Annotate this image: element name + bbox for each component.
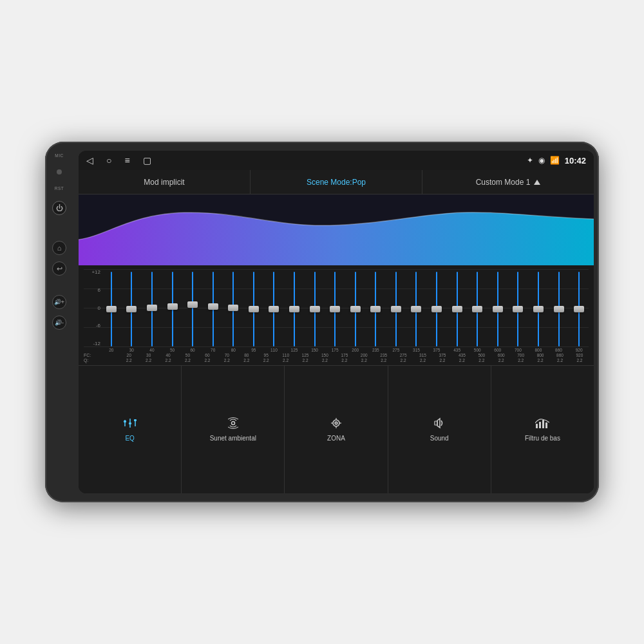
slider-thumb-40[interactable] (147, 305, 157, 311)
slider-col-50[interactable] (163, 269, 182, 346)
freq-label-30: 30 (122, 348, 142, 352)
scale-minus12: -12 (84, 341, 100, 346)
svg-rect-15 (435, 421, 437, 425)
slider-thumb-70[interactable] (208, 303, 218, 310)
freq-label-435: 435 (448, 348, 467, 352)
back-button[interactable]: ↩ (52, 261, 66, 276)
slider-thumb-60[interactable] (187, 301, 198, 308)
slider-thumb-315[interactable] (411, 306, 421, 312)
freq-label-375: 375 (427, 348, 446, 352)
freq-label-80: 80 (223, 348, 243, 352)
q-val-95: 2.2 (257, 358, 275, 363)
ambient-label: Sunet ambiental (210, 435, 256, 442)
q-val-20: 2.2 (120, 358, 138, 363)
slider-track-110 (273, 272, 274, 346)
slider-col-700[interactable] (509, 269, 528, 346)
slider-col-860[interactable] (549, 269, 569, 346)
slider-thumb-175[interactable] (330, 306, 340, 312)
slider-thumb-150[interactable] (310, 306, 320, 312)
slider-col-275[interactable] (386, 269, 406, 346)
slider-thumb-95[interactable] (249, 306, 259, 312)
freq-label-50: 50 (163, 348, 182, 352)
slider-thumb-50[interactable] (167, 303, 178, 310)
nav-sound[interactable]: Sound (388, 366, 491, 493)
power-button[interactable]: ⏻ (52, 201, 66, 215)
slider-thumb-700[interactable] (513, 306, 523, 312)
slider-col-80[interactable] (223, 269, 243, 346)
slider-thumb-375[interactable] (431, 306, 442, 312)
mode-implicit[interactable]: Mod implicit (79, 170, 251, 194)
nav-zona[interactable]: ZONA (285, 366, 388, 493)
mode-scene[interactable]: Scene Mode:Pop (251, 170, 422, 194)
fc-values: 2030405060708095110125150175200235275315… (120, 353, 589, 357)
slider-track-60 (192, 272, 193, 346)
sliders-container (102, 269, 589, 346)
slider-col-600[interactable] (488, 269, 507, 346)
nav-ambient[interactable]: Sunet ambiental (182, 366, 285, 493)
slider-col-200[interactable] (346, 269, 365, 346)
slider-col-315[interactable] (407, 269, 426, 346)
nav-eq[interactable]: EQ (79, 366, 182, 493)
fc-val-125: 125 (296, 353, 314, 357)
slider-col-30[interactable] (122, 269, 142, 346)
fc-val-150: 150 (316, 353, 334, 357)
slider-col-500[interactable] (468, 269, 487, 346)
slider-track-600 (497, 272, 498, 346)
slider-thumb-920[interactable] (574, 306, 584, 312)
slider-col-235[interactable] (366, 269, 386, 346)
q-values: 2.22.22.22.22.22.22.22.22.22.22.22.22.22… (120, 358, 589, 363)
slider-thumb-80[interactable] (228, 305, 238, 311)
freq-label-175: 175 (325, 348, 345, 352)
nav-bass[interactable]: Filtru de bas (491, 366, 594, 493)
svg-rect-19 (545, 422, 547, 428)
slider-track-175 (334, 272, 336, 346)
scale-labels: +12 6 0 -6 -12 (84, 269, 100, 346)
fc-val-235: 235 (374, 353, 392, 357)
slider-thumb-30[interactable] (126, 306, 137, 312)
slider-thumb-275[interactable] (391, 306, 401, 312)
slider-col-435[interactable] (448, 269, 467, 346)
slider-col-60[interactable] (183, 269, 202, 346)
menu-nav-icon[interactable]: ≡ (124, 155, 129, 166)
slider-track-20 (111, 272, 112, 346)
slider-col-110[interactable] (265, 269, 284, 346)
q-val-30: 2.2 (139, 358, 157, 363)
vol-down-button[interactable]: 🔊- (52, 316, 66, 330)
eq-scale: +12 6 0 -6 -12 (84, 269, 589, 346)
slider-thumb-435[interactable] (452, 306, 462, 312)
slider-thumb-125[interactable] (289, 306, 299, 312)
slider-thumb-110[interactable] (269, 306, 279, 312)
slider-thumb-500[interactable] (472, 306, 482, 312)
q-val-60: 2.2 (198, 358, 216, 363)
q-val-860: 2.2 (551, 358, 569, 363)
slider-col-40[interactable] (142, 269, 162, 346)
screen-nav-icon[interactable]: ▢ (143, 155, 151, 166)
status-right: ✦ ◉ 📶 10:42 (527, 156, 586, 166)
slider-col-70[interactable] (204, 269, 223, 346)
mode-custom[interactable]: Custom Mode 1 (422, 170, 594, 194)
eq-curve (79, 194, 594, 265)
slider-col-95[interactable] (244, 269, 263, 346)
slider-thumb-860[interactable] (554, 306, 564, 312)
fc-val-275: 275 (394, 353, 412, 357)
slider-col-920[interactable] (569, 269, 589, 346)
home-nav-icon[interactable]: ○ (106, 155, 111, 166)
slider-col-150[interactable] (305, 269, 325, 346)
slider-thumb-600[interactable] (493, 306, 503, 312)
vol-up-button[interactable]: 🔊+ (52, 295, 66, 309)
slider-thumb-800[interactable] (533, 306, 544, 312)
slider-thumb-235[interactable] (370, 306, 381, 312)
slider-thumb-200[interactable] (350, 306, 361, 312)
svg-point-9 (336, 422, 337, 424)
slider-col-175[interactable] (325, 269, 345, 346)
slider-thumb-20[interactable] (106, 306, 117, 312)
slider-col-375[interactable] (427, 269, 446, 346)
back-nav-icon[interactable]: ◁ (86, 155, 93, 166)
slider-col-125[interactable] (285, 269, 304, 346)
home-button[interactable]: ⌂ (52, 241, 66, 255)
freq-label-800: 800 (529, 348, 548, 352)
q-val-50: 2.2 (178, 358, 196, 363)
slider-col-20[interactable] (102, 269, 121, 346)
slider-col-800[interactable] (529, 269, 548, 346)
slider-track-30 (131, 272, 132, 346)
